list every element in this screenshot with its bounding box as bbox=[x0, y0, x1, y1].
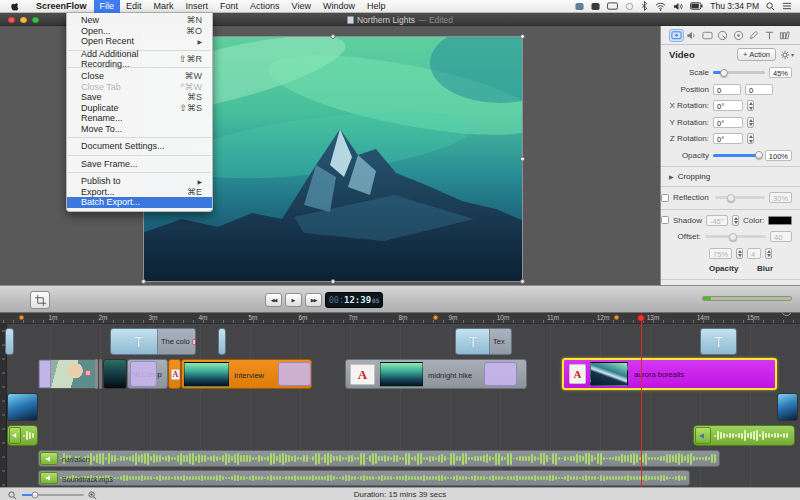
opacity-slider[interactable] bbox=[713, 154, 761, 157]
transition-overlay[interactable] bbox=[484, 362, 517, 386]
status-app-icon[interactable] bbox=[591, 2, 600, 11]
video-clip-aurora-thumb[interactable] bbox=[103, 359, 127, 389]
menu-help[interactable]: Help bbox=[361, 0, 392, 13]
battery-menu-icon[interactable] bbox=[690, 2, 703, 10]
status-app-icon[interactable] bbox=[575, 2, 584, 11]
tab-screen-recording[interactable] bbox=[700, 29, 715, 42]
menu-item-duplicate[interactable]: Duplicate⇧⌘S bbox=[67, 103, 212, 114]
menu-item-new[interactable]: New⌘N bbox=[67, 15, 212, 26]
spotlight-icon[interactable] bbox=[766, 2, 775, 11]
tab-media-library[interactable] bbox=[777, 29, 792, 42]
offset-slider[interactable] bbox=[705, 235, 766, 238]
reflection-slider[interactable] bbox=[715, 196, 765, 199]
opacity-value-field[interactable]: 100% bbox=[765, 150, 792, 161]
selection-handle[interactable] bbox=[141, 279, 146, 284]
add-action-button[interactable]: + Action bbox=[737, 48, 776, 61]
text-clip-sliver[interactable] bbox=[218, 328, 226, 355]
selection-handle[interactable] bbox=[331, 34, 336, 39]
selection-handle[interactable] bbox=[520, 157, 525, 162]
tab-audio[interactable] bbox=[684, 29, 699, 42]
menu-mark[interactable]: Mark bbox=[148, 0, 180, 13]
menu-item-add-additional-recording[interactable]: Add Additional Recording...⇧⌘R bbox=[67, 54, 212, 65]
audio-clip-narration[interactable]: narration bbox=[38, 450, 720, 467]
z-rotation-stepper[interactable] bbox=[747, 133, 754, 144]
y-rotation-stepper[interactable] bbox=[747, 117, 754, 128]
z-rotation-field[interactable]: 0° bbox=[713, 133, 743, 144]
video-clip-annotation[interactable]: A bbox=[168, 359, 181, 389]
selection-handle[interactable] bbox=[331, 279, 336, 284]
tab-text[interactable] bbox=[762, 29, 777, 42]
shadow-angle-field[interactable]: -45° bbox=[706, 215, 728, 226]
shadow-blur-field[interactable]: 4 bbox=[747, 248, 761, 259]
apple-menu[interactable] bbox=[10, 1, 20, 12]
video-clip-person[interactable] bbox=[38, 359, 98, 389]
video-clip-nlcomp[interactable]: NLComp bbox=[127, 359, 168, 389]
clip-sliver[interactable] bbox=[95, 359, 98, 389]
menu-item-export[interactable]: Export...⌘E bbox=[67, 187, 212, 198]
shadow-blur-stepper[interactable] bbox=[765, 248, 772, 259]
offset-value-field[interactable]: 40 bbox=[770, 231, 792, 242]
video-clip-midnight-hike[interactable]: A midnight hike bbox=[345, 359, 527, 389]
sync-menu-icon[interactable] bbox=[625, 2, 634, 11]
menu-file[interactable]: File bbox=[94, 0, 121, 13]
audio-clip-soundtrack[interactable]: Soundtrack.mp3 bbox=[38, 470, 690, 486]
shadow-opacity-field[interactable]: 75% bbox=[709, 248, 732, 259]
menu-view[interactable]: View bbox=[286, 0, 317, 13]
tab-callout[interactable] bbox=[715, 29, 730, 42]
inspector-gear-menu[interactable]: ▾ bbox=[780, 50, 794, 60]
clip-sliver[interactable] bbox=[99, 359, 102, 389]
menu-item-open[interactable]: Open...⌘O bbox=[67, 26, 212, 37]
rewind-button[interactable]: ◀◀ bbox=[265, 293, 282, 307]
app-menu-screenflow[interactable]: ScreenFlow bbox=[29, 0, 94, 13]
volume-menu-icon[interactable] bbox=[673, 2, 683, 11]
menu-window[interactable]: Window bbox=[317, 0, 361, 13]
transition-overlay[interactable] bbox=[278, 362, 311, 386]
selection-handle[interactable] bbox=[520, 34, 525, 39]
x-rotation-field[interactable]: 0° bbox=[713, 100, 743, 111]
menu-item-rename[interactable]: Rename... bbox=[67, 113, 212, 124]
tab-touch-callout[interactable] bbox=[731, 29, 746, 42]
text-clip-the-colors[interactable]: T The colo bbox=[110, 328, 196, 355]
transition-overlay[interactable] bbox=[39, 360, 51, 388]
text-clip-sliver[interactable] bbox=[5, 328, 14, 355]
shadow-checkbox[interactable] bbox=[661, 216, 669, 224]
position-x-field[interactable]: 0 bbox=[713, 84, 741, 95]
menu-actions[interactable]: Actions bbox=[244, 0, 286, 13]
play-button[interactable]: ▶ bbox=[285, 293, 302, 307]
bluetooth-menu-icon[interactable] bbox=[641, 1, 648, 11]
notification-center-icon[interactable] bbox=[782, 2, 792, 10]
menu-item-move-to[interactable]: Move To... bbox=[67, 124, 212, 135]
timeline-marker-icon[interactable] bbox=[614, 315, 619, 320]
timeline-marker-icon[interactable] bbox=[19, 315, 24, 320]
text-clip-tex[interactable]: T Tex bbox=[455, 328, 512, 355]
menu-item-save[interactable]: Save⌘S bbox=[67, 92, 212, 103]
video-clip-blue-aurora[interactable] bbox=[777, 393, 798, 421]
scale-value-field[interactable]: 45% bbox=[769, 67, 792, 78]
shadow-color-swatch[interactable] bbox=[768, 216, 792, 225]
shadow-opacity-stepper[interactable] bbox=[736, 248, 743, 259]
y-rotation-field[interactable]: 0° bbox=[713, 117, 743, 128]
playhead-handle[interactable] bbox=[637, 314, 645, 322]
menu-edit[interactable]: Edit bbox=[120, 0, 148, 13]
display-menu-icon[interactable] bbox=[607, 2, 618, 11]
fast-forward-button[interactable]: ▶▶ bbox=[305, 293, 322, 307]
timeline[interactable]: 1m2m3m4m5m6m7m8m9m10m11m12m13m14m15m T T… bbox=[0, 313, 800, 487]
video-clip-interview[interactable]: Interview bbox=[181, 359, 312, 389]
text-clip[interactable]: T bbox=[700, 328, 737, 355]
menu-insert[interactable]: Insert bbox=[180, 0, 215, 13]
menu-item-close[interactable]: Close⌘W bbox=[67, 71, 212, 82]
tab-video[interactable] bbox=[669, 29, 684, 42]
timeline-marker-icon[interactable] bbox=[433, 315, 438, 320]
menu-bar-clock[interactable]: Thu 3:34 PM bbox=[710, 1, 759, 11]
menu-item-document-settings[interactable]: Document Settings... bbox=[67, 141, 212, 152]
menu-item-save-frame[interactable]: Save Frame... bbox=[67, 159, 212, 170]
menu-item-batch-export[interactable]: Batch Export... bbox=[67, 197, 212, 208]
menu-item-open-recent[interactable]: Open Recent▶ bbox=[67, 36, 212, 47]
crop-tool-button[interactable] bbox=[30, 291, 50, 309]
tab-annotations[interactable] bbox=[746, 29, 761, 42]
menu-font[interactable]: Font bbox=[214, 0, 244, 13]
video-clip-aurora-borealis-selected[interactable]: A aurora borealis bbox=[562, 358, 777, 390]
selection-handle[interactable] bbox=[520, 279, 525, 284]
audio-clip-small[interactable] bbox=[7, 425, 38, 446]
menu-item-publish-to[interactable]: Publish to▶ bbox=[67, 176, 212, 187]
